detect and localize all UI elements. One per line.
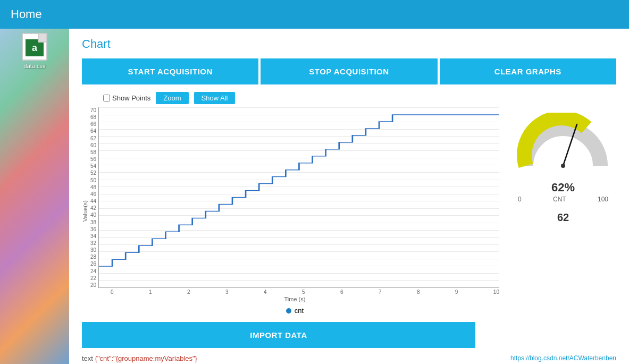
- gauge-labels: 0 CNT 100: [518, 196, 608, 203]
- bottom-prefix: text: [82, 354, 95, 362]
- chart-main: 70 68 66 64 62 60 58 56 54 52 50: [90, 107, 499, 315]
- gauge-container: [515, 113, 611, 176]
- chart-legend: cnt: [90, 307, 499, 315]
- stop-acquisition-button[interactable]: STOP ACQUISITION: [261, 58, 437, 84]
- sidebar: a data.csv: [0, 29, 69, 364]
- bottom-text: text {"cnt":"{groupname:myVariables"} ht…: [82, 354, 616, 362]
- chart-canvas: [98, 107, 499, 288]
- gauge-number: 62: [557, 211, 569, 224]
- show-points-checkbox[interactable]: [103, 95, 110, 101]
- chart-and-gauge: Value(s) 70 68 66 64 62 60 58: [82, 107, 616, 315]
- gauge-svg: [515, 113, 611, 171]
- gauge-panel: 62% 0 CNT 100 62: [510, 107, 616, 224]
- content-area: Chart START ACQUISITION STOP ACQUISITION…: [69, 29, 629, 364]
- chart-wrapper: Value(s) 70 68 66 64 62 60 58: [82, 107, 499, 315]
- x-axis-ticks: 0 1 2 3 4 5 6 7 8 9 10: [111, 289, 499, 295]
- bottom-text-left: text {"cnt":"{groupname:myVariables"}: [82, 354, 197, 362]
- file-item[interactable]: a data.csv: [22, 33, 47, 69]
- show-points-text: Show Points: [112, 94, 150, 102]
- top-bar: Home: [0, 0, 629, 29]
- bottom-link: https://blog.csdn.net/ACWaterbenben: [510, 354, 616, 362]
- show-all-button[interactable]: Show All: [194, 92, 236, 104]
- legend-dot: [286, 308, 291, 314]
- chart-line-svg: [99, 107, 499, 287]
- bottom-code: {"cnt":"{groupname:myVariables"}: [95, 354, 197, 362]
- svg-point-1: [561, 164, 565, 168]
- x-axis-label: Time (s): [90, 296, 499, 302]
- legend-label: cnt: [295, 307, 304, 315]
- file-label: data.csv: [24, 63, 46, 69]
- file-icon-excel: a: [26, 39, 44, 56]
- gauge-name: CNT: [553, 196, 566, 203]
- gauge-max: 100: [598, 196, 608, 203]
- main-layout: a data.csv Chart START ACQUISITION STOP …: [0, 29, 629, 364]
- import-btn-row: IMPORT DATA: [82, 322, 616, 348]
- clear-graphs-button[interactable]: CLEAR GRAPHS: [440, 58, 616, 84]
- chart-grid-container: 70 68 66 64 62 60 58 56 54 52 50: [90, 107, 499, 288]
- chart-title: Chart: [82, 37, 616, 51]
- show-points-label[interactable]: Show Points: [103, 94, 150, 102]
- start-acquisition-button[interactable]: START ACQUISITION: [82, 58, 258, 84]
- gauge-min: 0: [518, 196, 522, 203]
- file-icon: a: [22, 33, 47, 61]
- chart-controls: Show Points Zoom Show All: [82, 92, 616, 104]
- y-axis-label: Value(s): [82, 200, 88, 222]
- zoom-button[interactable]: Zoom: [156, 92, 188, 104]
- page-title: Home: [11, 7, 42, 21]
- y-axis-ticks: 70 68 66 64 62 60 58 56 54 52 50: [90, 107, 98, 288]
- import-data-button[interactable]: IMPORT DATA: [82, 322, 475, 348]
- gauge-percent: 62%: [551, 181, 575, 194]
- action-buttons: START ACQUISITION STOP ACQUISITION CLEAR…: [82, 58, 616, 84]
- chart-area: Value(s) 70 68 66 64 62 60 58: [82, 107, 499, 315]
